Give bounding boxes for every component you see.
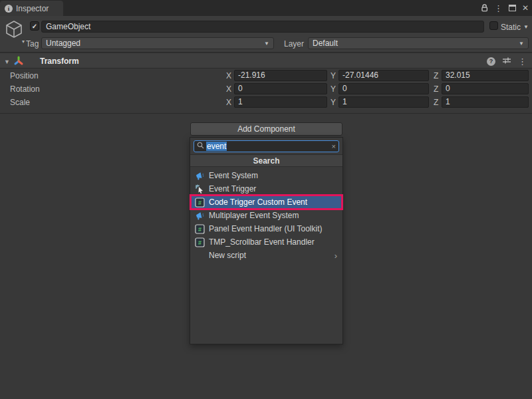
presets-icon[interactable] (502, 57, 511, 66)
kebab-menu-icon[interactable]: ⋮ (518, 57, 527, 66)
csharp-script-icon: # (194, 237, 205, 247)
axis-x-label[interactable]: X (226, 98, 231, 107)
static-checkbox[interactable] (489, 21, 498, 30)
chevron-down-icon: ▼ (519, 41, 524, 47)
list-item-tmp-scrollbar-event-handler[interactable]: # TMP_Scrollbar Event Handler (190, 235, 342, 249)
event-system-icon (194, 170, 205, 181)
list-item-label: Multiplayer Event System (209, 211, 299, 220)
scale-z-input[interactable]: 1 (442, 96, 529, 108)
foldout-arrow-icon[interactable]: ▼ (4, 59, 10, 65)
tab-inspector[interactable]: i Inspector (0, 1, 63, 16)
close-icon[interactable]: ✕ (522, 4, 529, 12)
layer-label: Layer (284, 39, 304, 49)
component-search-input[interactable]: event × (194, 140, 339, 152)
clear-search-icon[interactable]: × (332, 143, 336, 150)
list-item-label: Panel Event Handler (UI Toolkit) (209, 224, 323, 233)
list-item-label: Event Trigger (209, 184, 256, 194)
rotation-z-input[interactable]: 0 (442, 83, 529, 94)
position-row: Position X -21.916 Y -27.01446 Z 32.015 (0, 69, 532, 82)
axis-y-label[interactable]: Y (331, 84, 336, 94)
axis-z-label[interactable]: Z (434, 84, 438, 94)
event-trigger-icon (194, 184, 205, 194)
static-dropdown-icon[interactable]: ▼ (523, 24, 529, 30)
chevron-down-icon: ▼ (264, 41, 269, 47)
axis-y-label[interactable]: Y (331, 71, 336, 80)
help-icon[interactable]: ? (487, 57, 495, 66)
list-item-multiplayer-event-system[interactable]: Multiplayer Event System (190, 209, 342, 222)
transform-title: Transform (40, 57, 79, 66)
rotation-x-input[interactable]: 0 (234, 83, 327, 94)
list-item-new-script[interactable]: New script › (190, 249, 342, 262)
list-item-event-trigger[interactable]: Event Trigger (190, 182, 342, 196)
svg-text:#: # (198, 200, 201, 207)
svg-text:#: # (198, 240, 201, 247)
unlock-icon[interactable] (481, 4, 488, 12)
axis-z-label[interactable]: Z (434, 98, 438, 107)
tag-value: Untagged (46, 39, 80, 48)
list-item-label: New script (209, 251, 246, 260)
rotation-label[interactable]: Rotation (10, 84, 40, 94)
position-x-input[interactable]: -21.916 (234, 70, 327, 81)
tag-dropdown[interactable]: Untagged ▼ (41, 37, 274, 49)
axis-y-label[interactable]: Y (331, 98, 336, 107)
search-query-text: event (206, 142, 227, 151)
svg-text:#: # (198, 227, 201, 233)
transform-rows: Position X -21.916 Y -27.01446 Z 32.015 … (0, 69, 532, 109)
chevron-right-icon: › (334, 251, 342, 260)
add-component-button[interactable]: Add Component (190, 122, 342, 136)
kebab-menu-icon[interactable]: ⋮ (494, 4, 503, 13)
rotation-row: Rotation X 0 Y 0 Z 0 (0, 82, 532, 96)
gameobject-header: ▾ ✓ GameObject Static ▼ Tag Untagged ▼ L… (0, 16, 532, 53)
scale-row: Scale X 1 Y 1 Z 1 (0, 96, 532, 109)
chevron-down-icon[interactable]: ▾ (22, 39, 25, 45)
axis-x-label[interactable]: X (226, 84, 231, 94)
list-item-label: Code Trigger Custom Event (209, 198, 307, 207)
tab-title: Inspector (16, 4, 49, 13)
divider (0, 113, 532, 114)
list-item-panel-event-handler[interactable]: # Panel Event Handler (UI Toolkit) (190, 222, 342, 235)
component-list: Event System Event Trigger # Code Trigge… (190, 167, 342, 262)
transform-icon (13, 56, 24, 68)
gameobject-name-input[interactable]: GameObject (41, 21, 484, 33)
scale-label[interactable]: Scale (10, 98, 30, 107)
scale-x-input[interactable]: 1 (234, 96, 327, 108)
position-label[interactable]: Position (10, 71, 39, 80)
window-controls: ⋮ ✕ (481, 0, 529, 16)
position-y-input[interactable]: -27.01446 (338, 70, 429, 81)
axis-z-label[interactable]: Z (434, 71, 438, 80)
csharp-script-icon: # (194, 197, 205, 207)
active-checkbox[interactable]: ✓ (30, 21, 39, 31)
maximize-icon[interactable] (509, 5, 516, 11)
tab-bar: i Inspector ⋮ ✕ (0, 0, 532, 16)
search-icon (197, 142, 204, 151)
info-icon: i (5, 5, 13, 13)
csharp-script-icon: # (194, 223, 205, 234)
axis-x-label[interactable]: X (226, 71, 231, 80)
rotation-y-input[interactable]: 0 (338, 83, 429, 94)
event-system-icon (194, 210, 205, 221)
list-item-label: Event System (209, 171, 258, 180)
list-item-code-trigger-custom-event[interactable]: # Code Trigger Custom Event (190, 196, 342, 209)
scale-y-input[interactable]: 1 (338, 96, 429, 108)
add-component-popup: event × Search Event System Event Trigge… (190, 137, 343, 344)
tag-label: Tag (26, 39, 39, 49)
gameobject-cube-icon[interactable] (4, 19, 24, 41)
position-z-input[interactable]: 32.015 (442, 70, 529, 81)
list-item-event-system[interactable]: Event System (190, 169, 342, 182)
search-section-header: Search (190, 154, 342, 167)
list-item-label: TMP_Scrollbar Event Handler (209, 237, 315, 247)
layer-value: Default (313, 39, 338, 48)
unity-inspector-window: i Inspector ⋮ ✕ ▾ ✓ GameObject Static ▼ … (0, 0, 532, 399)
layer-dropdown[interactable]: Default ▼ (308, 37, 529, 49)
transform-header[interactable]: ▼ Transform ? ⋮ (0, 53, 532, 68)
static-label: Static (501, 23, 521, 32)
